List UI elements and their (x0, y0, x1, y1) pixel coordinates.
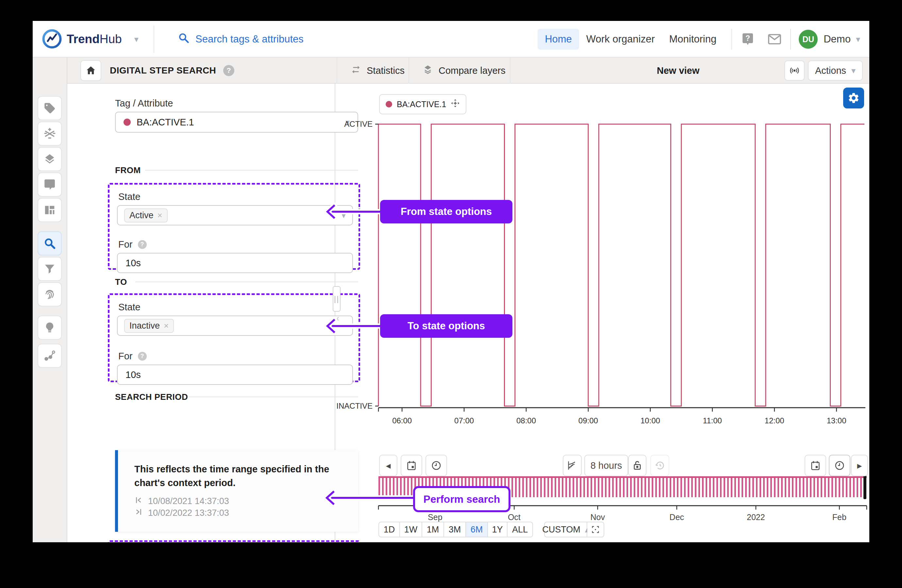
mail-icon[interactable] (767, 31, 782, 47)
from-for-input[interactable]: 10s (117, 253, 353, 273)
sidebar-item-layers[interactable] (38, 147, 62, 171)
digital-step-search-panel: Tag / Attribute BA:ACTIVE.1 ▾ FROM State… (67, 84, 335, 542)
custom-range-button[interactable]: CUSTOM▴ (544, 522, 587, 537)
fit-range-icon-button[interactable] (587, 522, 604, 537)
panel-close-icon[interactable]: × (335, 314, 339, 324)
nav-item-monitoring[interactable]: Monitoring (662, 29, 723, 50)
zoom-preset-1y[interactable]: 1Y (488, 522, 507, 537)
zoom-preset-1w[interactable]: 1W (400, 522, 422, 537)
chip-remove-icon[interactable]: × (158, 210, 163, 220)
nav-item-work-organizer[interactable]: Work organizer (579, 29, 662, 50)
actions-button[interactable]: Actions▾ (808, 61, 863, 81)
live-broadcast-button[interactable] (785, 61, 805, 81)
graph-icon (44, 350, 56, 362)
search-icon (44, 237, 56, 250)
history-undo-button (650, 455, 669, 476)
to-state-chip[interactable]: Inactive× (124, 319, 174, 333)
compare-layers-button[interactable]: Compare layers (422, 58, 506, 84)
y-state-label: INACTIVE (336, 402, 373, 410)
avatar[interactable]: DU (799, 30, 818, 48)
series-color-dot (124, 119, 131, 126)
zoom-preset-1d[interactable]: 1D (379, 522, 400, 537)
to-for-input[interactable]: 10s (117, 364, 353, 385)
minimap-right-handle[interactable] (863, 475, 866, 499)
calculator-icon (44, 127, 56, 140)
x-tick-label: 13:00 (827, 416, 846, 425)
sidebar-item-graph[interactable] (38, 344, 62, 368)
statistics-button[interactable]: Statistics (350, 58, 405, 84)
chart-settings-button[interactable] (843, 88, 864, 108)
x-tick-label: 10:00 (640, 416, 660, 425)
help-icon[interactable]: ? (740, 31, 756, 47)
divider (731, 29, 732, 50)
clock-end-button[interactable] (829, 455, 850, 476)
step-chart-type-button[interactable] (563, 455, 582, 476)
select-chevron-down-icon: ▾ (341, 210, 346, 220)
actions-chevron-down-icon: ▾ (851, 66, 856, 76)
duration-button[interactable]: 8 hours (584, 455, 628, 476)
zoom-preset-1m[interactable]: 1M (422, 522, 444, 537)
zoom-preset-6m[interactable]: 6M (466, 522, 488, 537)
trendhub-logo-icon (42, 29, 62, 50)
sidebar-item-funnel[interactable] (38, 257, 62, 281)
layers-icon (422, 64, 433, 77)
move-icon[interactable] (451, 99, 460, 110)
from-state-select[interactable]: Active× ▾ (117, 205, 353, 225)
divider (510, 58, 511, 84)
from-state-chip[interactable]: Active× (124, 208, 168, 222)
x-tick-label: 11:00 (703, 416, 722, 425)
funnel-icon (44, 263, 56, 275)
to-for-label: For? (118, 351, 147, 361)
sidebar-item-tag[interactable] (38, 96, 62, 120)
tag-attribute-value: BA:ACTIVE.1 (136, 117, 194, 128)
for-help-icon[interactable]: ? (138, 352, 147, 361)
sidebar-item-comment[interactable] (38, 172, 62, 197)
legend-label: BA:ACTIVE.1 (397, 100, 446, 109)
zoom-preset-all[interactable]: ALL (507, 522, 533, 537)
to-state-select[interactable]: Inactive× ▾ (117, 316, 353, 336)
brand-chevron-down-icon[interactable]: ▾ (134, 34, 139, 44)
pan-left-button[interactable]: ◂ (379, 455, 398, 476)
for-help-icon[interactable]: ? (138, 240, 147, 249)
sidebar-item-calculator[interactable] (38, 122, 62, 146)
month-tick-label: Sep (428, 513, 442, 522)
lock-duration-button[interactable] (628, 455, 647, 476)
sidebar-item-search[interactable] (38, 231, 62, 255)
title-help-icon[interactable]: ? (223, 65, 234, 76)
home-button[interactable] (80, 60, 101, 81)
month-tick-label: Feb (832, 513, 846, 522)
clock-start-button[interactable] (426, 455, 447, 476)
layers-icon (44, 153, 56, 165)
page-title: DIGITAL STEP SEARCH ? (110, 58, 234, 84)
zoom-preset-3m[interactable]: 3M (444, 522, 466, 537)
screenshot-frame: TrendHub ▾ Search tags & attributes Home… (0, 0, 902, 588)
global-search[interactable]: Search tags & attributes (178, 21, 304, 58)
nav-menu: Home Work organizer Monitoring ? DU Demo… (538, 21, 869, 58)
month-tick-label: 2022 (747, 513, 765, 522)
callout-perform-search: Perform search (413, 486, 511, 512)
legend-color-dot (386, 101, 392, 108)
search-annotation-box (108, 540, 360, 542)
calendar-start-button[interactable] (401, 455, 422, 476)
nav-item-home[interactable]: Home (538, 29, 579, 50)
view-title: New view (614, 58, 742, 84)
view-toolbar: DIGITAL STEP SEARCH ? Statistics Compare… (33, 58, 869, 84)
sidebar-item-fingerprint[interactable] (38, 282, 62, 307)
x-tick-label: 09:00 (578, 416, 598, 425)
callout-from-state: From state options (380, 200, 512, 224)
divider (790, 29, 791, 50)
x-tick-label: 07:00 (454, 416, 474, 425)
sidebar-item-dashboard[interactable] (38, 198, 62, 222)
period-end-row: 10/02/2022 13:37:03 (134, 508, 229, 518)
user-chevron-down-icon[interactable]: ▾ (856, 34, 860, 44)
section-divider (145, 170, 358, 170)
sidebar-item-bulb[interactable] (38, 316, 62, 340)
tag-attribute-select[interactable]: BA:ACTIVE.1 ▾ (115, 112, 358, 133)
legend-chip[interactable]: BA:ACTIVE.1 (379, 94, 467, 114)
chip-remove-icon[interactable]: × (164, 321, 169, 331)
calendar-end-button[interactable] (805, 455, 826, 476)
bulb-icon (44, 321, 56, 334)
pan-right-button[interactable]: ▸ (851, 455, 868, 476)
panel-collapse-handle[interactable]: || (333, 286, 341, 312)
swap-arrows-icon (350, 64, 362, 77)
